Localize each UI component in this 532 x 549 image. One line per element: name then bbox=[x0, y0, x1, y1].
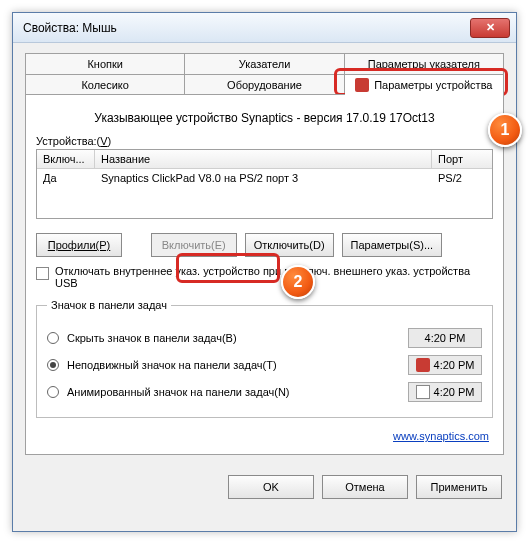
cell-port: PS/2 bbox=[432, 169, 492, 187]
driver-version-header: Указывающее устройство Synaptics - верси… bbox=[36, 111, 493, 125]
checkbox-disable-internal[interactable] bbox=[36, 267, 49, 280]
tab-hardware[interactable]: Оборудование bbox=[185, 74, 344, 95]
close-button[interactable]: ✕ bbox=[470, 18, 510, 38]
device-settings-panel: Указывающее устройство Synaptics - верси… bbox=[25, 94, 504, 455]
radio-hide[interactable] bbox=[47, 332, 59, 344]
radio-hide-row[interactable]: Скрыть значок в панели задач(B) 4:20 PM bbox=[47, 328, 482, 348]
devices-label: Устройства:(V) bbox=[36, 135, 493, 147]
window-title: Свойства: Мышь bbox=[23, 21, 470, 35]
radio-animated-row[interactable]: Анимированный значок на панели задач(N) … bbox=[47, 382, 482, 402]
cell-enabled: Да bbox=[37, 169, 95, 187]
tray-icon-group: Значок в панели задач Скрыть значок в па… bbox=[36, 299, 493, 418]
checkbox-label: Отключать внутреннее указ. устройство пр… bbox=[55, 265, 493, 289]
grid-header: Включ... Название Порт bbox=[37, 150, 492, 169]
tray-preview-animated: 4:20 PM bbox=[408, 382, 482, 402]
radio-animated[interactable] bbox=[47, 386, 59, 398]
tab-strip: Кнопки Указатели Параметры указателя Кол… bbox=[25, 53, 504, 95]
col-name[interactable]: Название bbox=[95, 150, 432, 168]
table-row[interactable]: Да Synaptics ClickPad V8.0 на PS/2 порт … bbox=[37, 169, 492, 187]
settings-button[interactable]: Параметры(S)... bbox=[342, 233, 442, 257]
disable-internal-checkbox-row[interactable]: Отключать внутреннее указ. устройство пр… bbox=[36, 265, 493, 289]
properties-window: Свойства: Мышь ✕ Кнопки Указатели Параме… bbox=[12, 12, 517, 532]
cell-name: Synaptics ClickPad V8.0 на PS/2 порт 3 bbox=[95, 169, 432, 187]
synaptics-icon bbox=[355, 78, 369, 92]
titlebar: Свойства: Мышь ✕ bbox=[13, 13, 516, 43]
tab-pointer-options[interactable]: Параметры указателя bbox=[345, 53, 504, 74]
apply-button[interactable]: Применить bbox=[416, 475, 502, 499]
col-enabled[interactable]: Включ... bbox=[37, 150, 95, 168]
synaptics-link[interactable]: www.synaptics.com bbox=[36, 430, 489, 442]
radio-static-label: Неподвижный значок на панели задач(T) bbox=[67, 359, 277, 371]
tab-device-settings[interactable]: Параметры устройства bbox=[345, 74, 504, 95]
col-port[interactable]: Порт bbox=[432, 150, 492, 168]
synaptics-tray-icon bbox=[416, 358, 430, 372]
close-icon: ✕ bbox=[486, 21, 495, 34]
radio-hide-label: Скрыть значок в панели задач(B) bbox=[67, 332, 237, 344]
ok-button[interactable]: OK bbox=[228, 475, 314, 499]
touchpad-tray-icon bbox=[416, 385, 430, 399]
tab-pointers[interactable]: Указатели bbox=[185, 53, 344, 74]
tray-preview-hidden: 4:20 PM bbox=[408, 328, 482, 348]
radio-static[interactable] bbox=[47, 359, 59, 371]
disable-button[interactable]: Отключить(D) bbox=[245, 233, 334, 257]
enable-button[interactable]: Включить(E) bbox=[151, 233, 237, 257]
tray-legend: Значок в панели задач bbox=[47, 299, 171, 311]
dialog-buttons: OK Отмена Применить bbox=[13, 465, 516, 509]
cancel-button[interactable]: Отмена bbox=[322, 475, 408, 499]
tab-buttons[interactable]: Кнопки bbox=[25, 53, 185, 74]
tab-wheel[interactable]: Колесико bbox=[25, 74, 185, 95]
profiles-button[interactable]: Профили(P) bbox=[36, 233, 122, 257]
devices-grid[interactable]: Включ... Название Порт Да Synaptics Clic… bbox=[36, 149, 493, 219]
tray-preview-static: 4:20 PM bbox=[408, 355, 482, 375]
radio-animated-label: Анимированный значок на панели задач(N) bbox=[67, 386, 290, 398]
radio-static-row[interactable]: Неподвижный значок на панели задач(T) 4:… bbox=[47, 355, 482, 375]
